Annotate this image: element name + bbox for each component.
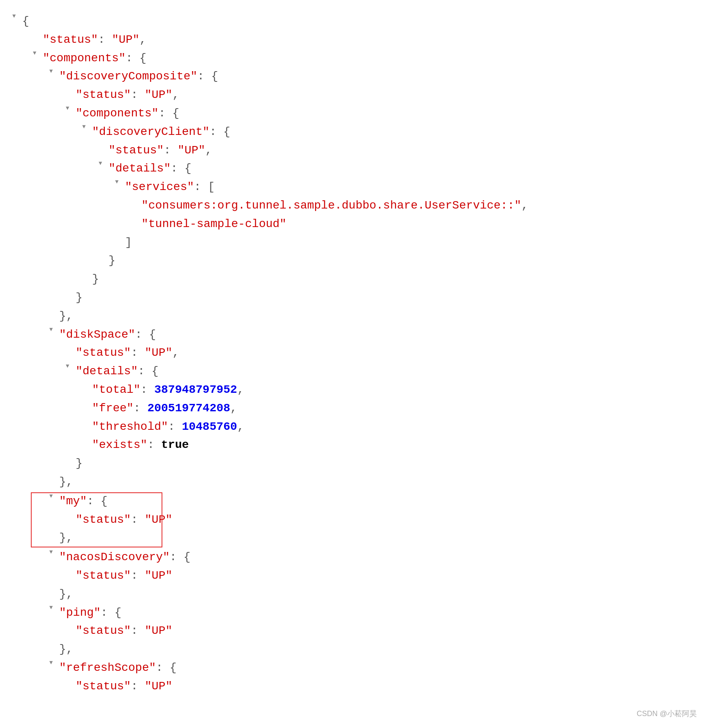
discovery-client-status-line: "status": "UP", [8,141,697,160]
discovery-composite-status-line: "status": "UP", [8,86,697,104]
discovery-composite-collapse-icon[interactable] [49,67,58,76]
root-brace: { [8,12,697,31]
discovery-composite-components-close: } [8,289,697,307]
details-collapse-icon[interactable] [99,159,107,168]
refresh-scope-status-line: "status": "UP" [8,677,697,696]
my-status-line: "status": "UP" [8,511,697,529]
components-line: "components": { [8,49,697,68]
my-section: "my": { "status": "UP" }, [8,492,697,547]
discovery-client-line: "discoveryClient": { [8,123,697,141]
discovery-composite-components-icon[interactable] [66,104,74,113]
my-collapse-icon[interactable] [49,492,58,501]
discovery-client-close: } [8,270,697,289]
components-collapse-icon[interactable] [33,49,41,58]
ping-close: }, [8,640,697,659]
disk-space-close: }, [8,473,697,492]
nacos-discovery-close: }, [8,585,697,604]
services-line: "services": [ [8,178,697,197]
disk-space-line: "diskSpace": { [8,326,697,344]
threshold-line: "threshold": 10485760, [8,418,697,436]
total-line: "total": 387948797952, [8,381,697,399]
ping-collapse-icon[interactable] [49,603,58,612]
service-item-1: "consumers:org.tunnel.sample.dubbo.share… [8,197,697,215]
my-close: }, [8,529,697,547]
services-collapse-icon[interactable] [115,177,123,186]
my-line: "my": { [8,492,697,511]
disk-space-status-line: "status": "UP", [8,344,697,362]
root-collapse-icon[interactable] [12,12,21,21]
disk-space-collapse-icon[interactable] [49,325,58,334]
ping-line: "ping": { [8,604,697,622]
disk-space-details-icon[interactable] [66,362,74,371]
refresh-scope-line: "refreshScope": { [8,659,697,677]
nacos-discovery-collapse-icon[interactable] [49,547,58,556]
exists-line: "exists": true [8,436,697,454]
disk-space-details-close: } [8,454,697,473]
discovery-composite-line: "discoveryComposite": { [8,67,697,86]
nacos-discovery-status-line: "status": "UP" [8,567,697,585]
services-close: ] [8,234,697,252]
details-line: "details": { [8,160,697,178]
status-line: "status": "UP", [8,31,697,49]
nacos-discovery-line: "nacosDiscovery": { [8,548,697,567]
refresh-scope-collapse-icon[interactable] [49,658,58,667]
discovery-composite-close: }, [8,307,697,326]
ping-status-line: "status": "UP" [8,622,697,640]
details-close: } [8,252,697,270]
discovery-composite-components-line: "components": { [8,104,697,123]
discovery-client-collapse-icon[interactable] [82,122,90,131]
disk-space-details-line: "details": { [8,362,697,381]
json-viewer: { "status": "UP", "components": { "disco… [0,8,705,700]
service-item-2: "tunnel-sample-cloud" [8,215,697,234]
free-line: "free": 200519774208, [8,399,697,418]
